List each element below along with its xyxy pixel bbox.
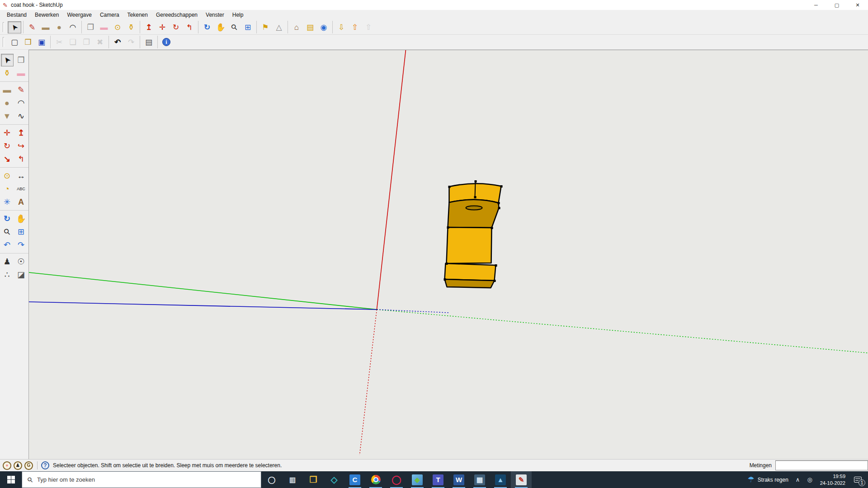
add-building-button[interactable]: ▤	[303, 21, 317, 33]
circle-button[interactable]: ●	[1, 97, 14, 109]
menu-item-bewerken[interactable]: Bewerken	[31, 10, 63, 19]
close-button[interactable]: ✕	[847, 0, 868, 10]
menu-item-help[interactable]: Help	[228, 10, 248, 19]
move-button[interactable]: ✛	[156, 21, 169, 33]
rotate-button[interactable]: ↻	[1, 140, 14, 152]
section-plane-button[interactable]: ◪	[15, 268, 28, 281]
taskbar-the-sims-4-button[interactable]: ◆	[407, 471, 428, 488]
taskbar-teams-button[interactable]: T	[428, 471, 448, 488]
toolbar-grip[interactable]	[3, 22, 4, 32]
menu-item-bestand[interactable]: Bestand	[3, 10, 31, 19]
select-button[interactable]: ➤	[8, 21, 21, 33]
zoom-button[interactable]: ⚲	[1, 225, 14, 238]
taskbar-sketchup-button[interactable]: ✎	[511, 471, 532, 488]
zoom-extents-button[interactable]: ⊞	[15, 225, 28, 238]
start-button[interactable]	[0, 471, 22, 488]
taskbar-task-view-button[interactable]: ▥	[282, 471, 303, 488]
arc-button[interactable]: ◠	[15, 97, 28, 109]
paste-button[interactable]: ❐	[80, 36, 93, 48]
line-button[interactable]: ✎	[25, 21, 39, 33]
minimize-button[interactable]: ─	[806, 0, 826, 10]
push-pull-button[interactable]: ↥	[142, 21, 156, 33]
menu-item-weergave[interactable]: Weergave	[63, 10, 95, 19]
tray-overflow-button[interactable]: ∧	[792, 471, 804, 488]
help-icon[interactable]: ?	[41, 461, 49, 469]
rectangle-button[interactable]: ▬	[1, 84, 14, 96]
copy-button[interactable]: ❏	[66, 36, 80, 48]
walk-button[interactable]: ∴	[1, 268, 14, 281]
open-button[interactable]: ❒	[21, 36, 35, 48]
paint-bucket-button[interactable]: ⚱	[124, 21, 138, 33]
undo-button[interactable]: ↶	[111, 36, 124, 48]
menu-item-tekenen[interactable]: Tekenen	[123, 10, 152, 19]
pan-button[interactable]: ✋	[15, 212, 28, 225]
follow-me-button[interactable]: ↪	[15, 140, 28, 152]
freehand-button[interactable]: ∿	[15, 110, 28, 122]
taskbar-search[interactable]: ⚲	[22, 471, 261, 488]
scale-button[interactable]: ↘	[1, 153, 14, 165]
orbit-button[interactable]: ↻	[1, 212, 14, 225]
make-component-button[interactable]: ❐	[15, 54, 28, 66]
taskbar-3d-viewer-button[interactable]: ◇	[324, 471, 344, 488]
eraser-button[interactable]: ▬	[15, 67, 28, 80]
photo-textures-button[interactable]: ⌂	[290, 21, 303, 33]
cut-button[interactable]: ✂	[52, 36, 66, 48]
redo-button[interactable]: ↷	[124, 36, 138, 48]
share-model-button[interactable]: ⇧	[348, 21, 362, 33]
zoom-extents-button[interactable]: ⊞	[241, 21, 255, 33]
credit-status-button[interactable]: ♟	[14, 461, 22, 470]
meet-now-button[interactable]: ◎	[803, 471, 816, 488]
taskbar-opera-gx-button[interactable]: ◯	[386, 471, 407, 488]
offset-button[interactable]: ↰	[183, 21, 196, 33]
model-viewport[interactable]	[29, 50, 868, 459]
zoom-next-button[interactable]: ↷	[15, 239, 28, 251]
erase-button[interactable]: ✖	[93, 36, 107, 48]
push-pull-button[interactable]: ↥	[15, 127, 28, 139]
line-button[interactable]: ✎	[15, 84, 28, 96]
make-component-button[interactable]: ❐	[84, 21, 97, 33]
protractor-button[interactable]: ◔	[1, 183, 14, 195]
tape-measure-button[interactable]: ⊙	[1, 169, 14, 182]
zoom-button[interactable]: ⚲	[227, 21, 241, 33]
maximize-button[interactable]: ▢	[826, 0, 847, 10]
look-around-button[interactable]: ☉	[15, 255, 28, 268]
taskbar-file-explorer-button[interactable]: ❒	[303, 471, 324, 488]
eraser-button[interactable]: ▬	[97, 21, 111, 33]
signin-status-button[interactable]: G	[24, 461, 33, 470]
taskbar-clock[interactable]: 19:59 24-10-2022	[816, 473, 849, 487]
offset-button[interactable]: ↰	[15, 153, 28, 165]
geolocation-status-button[interactable]: ●	[3, 461, 11, 470]
menu-item-venster[interactable]: Venster	[202, 10, 228, 19]
tape-measure-button[interactable]: ⊙	[111, 21, 124, 33]
add-location-button[interactable]: ⚑	[259, 21, 272, 33]
action-center-button[interactable]: 1	[849, 471, 868, 488]
model-info-button[interactable]: i	[160, 36, 173, 48]
axes-button[interactable]: ✳	[1, 196, 14, 208]
move-button[interactable]: ✛	[1, 127, 14, 139]
polygon-button[interactable]: ▼	[1, 110, 14, 122]
new-button[interactable]: ▢	[8, 36, 21, 48]
taskbar-word-button[interactable]: W	[448, 471, 469, 488]
toolbar-grip[interactable]	[3, 37, 4, 47]
menu-item-camera[interactable]: Camera	[96, 10, 123, 19]
get-models-button[interactable]: ⇩	[335, 21, 348, 33]
share-component-button[interactable]: ⇧	[362, 21, 375, 33]
select-button[interactable]: ➤	[1, 54, 14, 66]
weather-widget[interactable]: ☂ Straks regen	[744, 471, 792, 488]
zoom-previous-button[interactable]: ↶	[1, 239, 14, 251]
taskbar-calculator-button[interactable]: ▦	[469, 471, 490, 488]
coat-hook-model[interactable]	[443, 180, 502, 288]
3d-text-button[interactable]: A	[15, 196, 28, 208]
taskbar-cortana-button[interactable]: ◯	[261, 471, 282, 488]
paint-bucket-button[interactable]: ⚱	[1, 67, 14, 80]
orbit-button[interactable]: ↻	[200, 21, 214, 33]
taskbar-photos-button[interactable]: ▲	[490, 471, 511, 488]
arc-button[interactable]: ◠	[66, 21, 80, 33]
circle-button[interactable]: ●	[52, 21, 66, 33]
rotate-button[interactable]: ↻	[169, 21, 183, 33]
position-camera-button[interactable]: ♟	[1, 255, 14, 268]
measurements-input[interactable]	[775, 460, 868, 470]
preview-in-google-earth-button[interactable]: ◉	[317, 21, 330, 33]
toggle-terrain-button[interactable]: △	[272, 21, 286, 33]
dimension-button[interactable]: ↔	[15, 169, 28, 182]
